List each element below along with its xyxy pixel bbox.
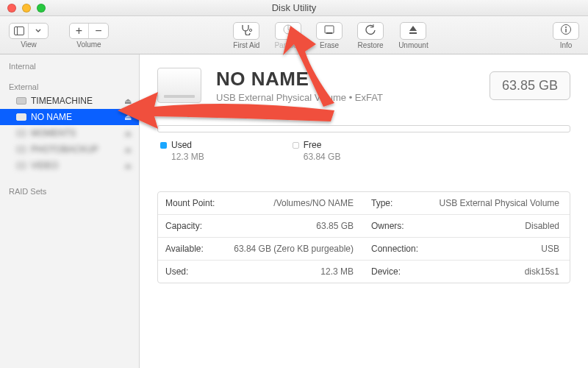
usage-legend: Used 12.3 MB Free 63.84 GB: [157, 138, 570, 162]
sidebar-header-internal: Internal: [0, 59, 139, 72]
sidebar-item-label: NO NAME: [31, 112, 72, 122]
disk-icon: [16, 113, 26, 121]
pie-icon: [282, 24, 294, 38]
volume-hero: NO NAME USB External Physical Volume • E…: [157, 68, 570, 103]
sidebar-item-label: MOMENTS: [31, 128, 76, 138]
detail-value: /Volumes/NO NAME: [224, 192, 364, 214]
free-swatch: [293, 142, 299, 149]
unmount-button[interactable]: Unmount: [398, 22, 429, 49]
sidebar-toggle-button[interactable]: [10, 24, 29, 38]
info-button[interactable]: Info: [553, 22, 579, 49]
first-aid-button[interactable]: First Aid: [233, 22, 259, 49]
eject-icon[interactable]: ⏏: [124, 129, 132, 138]
usage-bar: [157, 125, 570, 132]
sidebar-item-blurred[interactable]: MOMENTS ⏏: [0, 125, 139, 141]
restore-icon: [365, 24, 376, 38]
main-panel: NO NAME USB External Physical Volume • E…: [140, 54, 588, 368]
content: Internal External TIMEMACHINE ⏏ NO NAME …: [0, 54, 588, 368]
plus-icon: +: [76, 24, 82, 38]
detail-key: Connection:: [364, 238, 430, 260]
detail-key: Used:: [158, 261, 224, 283]
eject-icon[interactable]: ⏏: [124, 145, 132, 155]
volume-label: Volume: [76, 40, 101, 49]
detail-value: USB External Physical Volume: [430, 192, 570, 214]
detail-key: Owners:: [364, 215, 430, 237]
toolbar-actions: First Aid Partition Erase Restore Unmoun…: [233, 22, 428, 49]
disk-icon: [16, 146, 26, 153]
titlebar: Disk Utility: [0, 0, 588, 16]
detail-value: Disabled: [430, 215, 570, 237]
legend-free: Free 63.84 GB: [293, 140, 341, 162]
minus-icon: −: [95, 24, 101, 38]
sidebar-item-label: VIDEO: [31, 160, 58, 171]
used-value: 12.3 MB: [171, 152, 204, 162]
legend-used: Used 12.3 MB: [160, 140, 204, 162]
volume-name: NO NAME: [216, 68, 383, 91]
details-table: Mount Point: /Volumes/NO NAME Type: USB …: [157, 191, 570, 283]
erase-icon: [323, 24, 335, 38]
used-swatch: [160, 142, 167, 149]
eject-icon[interactable]: ⏏: [124, 96, 132, 106]
sidebar-header-external: External: [0, 79, 139, 93]
sidebar: Internal External TIMEMACHINE ⏏ NO NAME …: [0, 54, 140, 368]
detail-value: 12.3 MB: [224, 261, 364, 283]
eject-icon[interactable]: ⏏: [124, 113, 132, 122]
svg-rect-0: [14, 27, 24, 35]
detail-value: 63.84 GB (Zero KB purgeable): [224, 238, 364, 260]
remove-volume-button[interactable]: −: [89, 24, 108, 38]
free-value: 63.84 GB: [304, 152, 341, 162]
stethoscope-icon: [240, 24, 253, 38]
volume-subtitle: USB External Physical Volume • ExFAT: [216, 92, 383, 103]
erase-button[interactable]: Erase: [316, 22, 343, 49]
disk-icon: [16, 162, 26, 169]
add-volume-button[interactable]: +: [70, 24, 89, 38]
svg-point-2: [250, 29, 252, 31]
sidebar-item-blurred[interactable]: PHOTOBACKUP ⏏: [0, 141, 139, 158]
partition-button: Partition: [274, 22, 301, 49]
svg-rect-6: [409, 32, 417, 34]
sidebar-item-timemachine[interactable]: TIMEMACHINE ⏏: [0, 93, 139, 109]
info-icon: [560, 24, 572, 38]
sidebar-item-blurred[interactable]: VIDEO ⏏: [0, 158, 139, 174]
detail-key: Capacity:: [158, 215, 224, 237]
detail-key: Mount Point:: [158, 192, 224, 214]
volume-control: + − Volume: [69, 23, 109, 49]
view-menu-chevron[interactable]: [29, 24, 48, 38]
detail-value: USB: [430, 238, 570, 260]
sidebar-item-noname[interactable]: NO NAME ⏏: [0, 109, 139, 125]
eject-icon: [408, 24, 418, 38]
disk-icon: [16, 130, 26, 137]
toolbar: View + − Volume First Aid Partition Eras…: [0, 16, 588, 54]
sidebar-item-label: PHOTOBACKUP: [31, 144, 98, 155]
svg-point-8: [565, 26, 567, 28]
restore-button[interactable]: Restore: [357, 22, 384, 49]
eject-icon[interactable]: ⏏: [124, 161, 132, 171]
drive-icon: [157, 68, 201, 103]
detail-key: Available:: [158, 238, 224, 260]
view-label: View: [21, 40, 37, 49]
sidebar-item-label: TIMEMACHINE: [31, 96, 93, 106]
view-control: View: [9, 23, 49, 49]
volume-size-badge: 63.85 GB: [490, 71, 570, 100]
detail-value: disk15s1: [430, 261, 570, 283]
svg-rect-4: [325, 26, 334, 33]
detail-value: 63.85 GB: [224, 215, 364, 237]
sidebar-header-raid: RAID Sets: [0, 184, 139, 197]
detail-key: Device:: [364, 261, 430, 283]
detail-key: Type:: [364, 192, 430, 214]
disk-icon: [16, 97, 26, 105]
window-title: Disk Utility: [0, 2, 588, 13]
svg-rect-9: [565, 29, 566, 32]
